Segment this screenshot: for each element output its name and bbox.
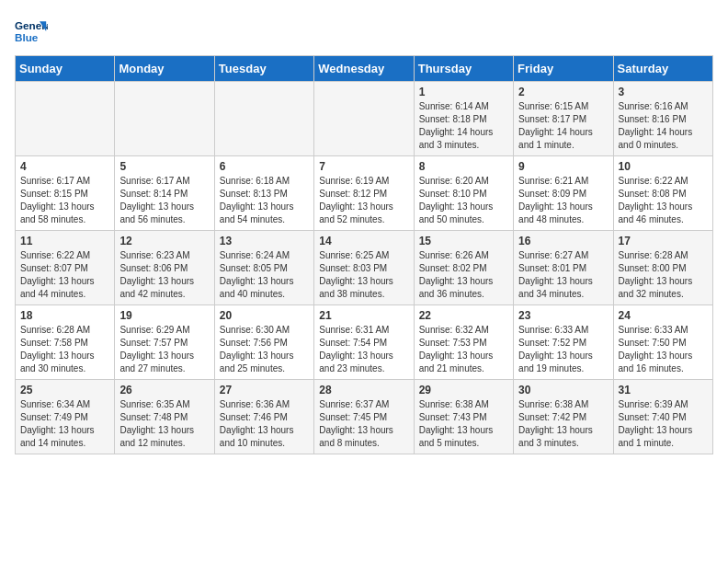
calendar-cell: 20Sunrise: 6:30 AM Sunset: 7:56 PM Dayli… (214, 305, 313, 380)
calendar-cell: 28Sunrise: 6:37 AM Sunset: 7:45 PM Dayli… (314, 380, 414, 454)
day-info: Sunrise: 6:25 AM Sunset: 8:03 PM Dayligh… (319, 249, 408, 301)
day-number: 9 (518, 160, 608, 173)
day-number: 31 (619, 384, 708, 396)
day-info: Sunrise: 6:26 AM Sunset: 8:02 PM Dayligh… (419, 249, 508, 301)
calendar-cell: 21Sunrise: 6:31 AM Sunset: 7:54 PM Dayli… (314, 305, 414, 380)
day-info: Sunrise: 6:22 AM Sunset: 8:08 PM Dayligh… (619, 175, 708, 226)
calendar-cell: 26Sunrise: 6:35 AM Sunset: 7:48 PM Dayli… (115, 380, 214, 454)
weekday-header: Tuesday (214, 56, 313, 82)
day-number: 28 (319, 384, 408, 396)
calendar-cell: 6Sunrise: 6:18 AM Sunset: 8:13 PM Daylig… (214, 156, 313, 231)
calendar-cell: 31Sunrise: 6:39 AM Sunset: 7:40 PM Dayli… (613, 380, 712, 454)
day-number: 19 (119, 309, 209, 322)
calendar-cell: 5Sunrise: 6:17 AM Sunset: 8:14 PM Daylig… (115, 156, 214, 231)
calendar-week-row: 4Sunrise: 6:17 AM Sunset: 8:15 PM Daylig… (16, 156, 713, 231)
day-info: Sunrise: 6:21 AM Sunset: 8:09 PM Dayligh… (518, 175, 608, 226)
calendar-week-row: 1Sunrise: 6:14 AM Sunset: 8:18 PM Daylig… (16, 82, 713, 156)
day-number: 22 (419, 309, 508, 322)
day-info: Sunrise: 6:34 AM Sunset: 7:49 PM Dayligh… (20, 398, 109, 450)
day-number: 6 (220, 160, 309, 173)
day-number: 8 (419, 160, 508, 173)
calendar-cell: 18Sunrise: 6:28 AM Sunset: 7:58 PM Dayli… (16, 305, 115, 380)
calendar-cell: 4Sunrise: 6:17 AM Sunset: 8:15 PM Daylig… (16, 156, 115, 231)
day-number: 29 (419, 384, 508, 396)
day-number: 18 (20, 309, 109, 322)
calendar-cell: 29Sunrise: 6:38 AM Sunset: 7:43 PM Dayli… (414, 380, 513, 454)
weekday-header: Friday (514, 56, 613, 82)
calendar-week-row: 25Sunrise: 6:34 AM Sunset: 7:49 PM Dayli… (16, 380, 713, 454)
calendar-cell: 22Sunrise: 6:32 AM Sunset: 7:53 PM Dayli… (414, 305, 513, 380)
day-number: 16 (518, 235, 608, 247)
day-number: 25 (20, 384, 109, 396)
calendar-cell: 3Sunrise: 6:16 AM Sunset: 8:16 PM Daylig… (613, 82, 712, 156)
calendar-cell: 14Sunrise: 6:25 AM Sunset: 8:03 PM Dayli… (314, 231, 414, 305)
day-info: Sunrise: 6:37 AM Sunset: 7:45 PM Dayligh… (319, 398, 408, 450)
calendar-cell: 25Sunrise: 6:34 AM Sunset: 7:49 PM Dayli… (16, 380, 115, 454)
weekday-header: Sunday (16, 56, 115, 82)
day-number: 7 (319, 160, 408, 173)
day-info: Sunrise: 6:17 AM Sunset: 8:14 PM Dayligh… (119, 175, 209, 226)
day-number: 21 (319, 309, 408, 322)
day-number: 3 (619, 86, 708, 98)
day-info: Sunrise: 6:17 AM Sunset: 8:15 PM Dayligh… (20, 175, 109, 226)
calendar-cell (16, 82, 115, 156)
day-number: 24 (619, 309, 708, 322)
calendar-week-row: 11Sunrise: 6:22 AM Sunset: 8:07 PM Dayli… (16, 231, 713, 305)
calendar-cell: 24Sunrise: 6:33 AM Sunset: 7:50 PM Dayli… (613, 305, 712, 380)
day-number: 10 (619, 160, 708, 173)
day-info: Sunrise: 6:16 AM Sunset: 8:16 PM Dayligh… (619, 100, 708, 152)
calendar-cell (214, 82, 313, 156)
day-number: 12 (119, 235, 209, 247)
day-number: 26 (119, 384, 209, 396)
day-info: Sunrise: 6:19 AM Sunset: 8:12 PM Dayligh… (319, 175, 408, 226)
day-number: 27 (220, 384, 309, 396)
weekday-header: Monday (115, 56, 214, 82)
calendar-cell: 23Sunrise: 6:33 AM Sunset: 7:52 PM Dayli… (514, 305, 613, 380)
day-info: Sunrise: 6:28 AM Sunset: 7:58 PM Dayligh… (20, 324, 109, 375)
day-info: Sunrise: 6:31 AM Sunset: 7:54 PM Dayligh… (319, 324, 408, 375)
day-info: Sunrise: 6:32 AM Sunset: 7:53 PM Dayligh… (419, 324, 508, 375)
calendar-cell: 9Sunrise: 6:21 AM Sunset: 8:09 PM Daylig… (514, 156, 613, 231)
day-number: 11 (20, 235, 109, 247)
day-info: Sunrise: 6:20 AM Sunset: 8:10 PM Dayligh… (419, 175, 508, 226)
weekday-header: Saturday (613, 56, 712, 82)
day-info: Sunrise: 6:29 AM Sunset: 7:57 PM Dayligh… (119, 324, 209, 375)
calendar-cell: 11Sunrise: 6:22 AM Sunset: 8:07 PM Dayli… (16, 231, 115, 305)
day-number: 2 (518, 86, 608, 98)
calendar-cell: 8Sunrise: 6:20 AM Sunset: 8:10 PM Daylig… (414, 156, 513, 231)
calendar-cell (314, 82, 414, 156)
logo: General Blue (15, 15, 48, 48)
day-number: 13 (220, 235, 309, 247)
calendar-cell: 15Sunrise: 6:26 AM Sunset: 8:02 PM Dayli… (414, 231, 513, 305)
day-info: Sunrise: 6:22 AM Sunset: 8:07 PM Dayligh… (20, 249, 109, 301)
day-info: Sunrise: 6:33 AM Sunset: 7:50 PM Dayligh… (619, 324, 708, 375)
day-info: Sunrise: 6:18 AM Sunset: 8:13 PM Dayligh… (220, 175, 309, 226)
calendar-cell: 2Sunrise: 6:15 AM Sunset: 8:17 PM Daylig… (514, 82, 613, 156)
day-info: Sunrise: 6:38 AM Sunset: 7:42 PM Dayligh… (518, 398, 608, 450)
day-info: Sunrise: 6:36 AM Sunset: 7:46 PM Dayligh… (220, 398, 309, 450)
page-header: General Blue (15, 15, 713, 48)
day-info: Sunrise: 6:38 AM Sunset: 7:43 PM Dayligh… (419, 398, 508, 450)
calendar-cell: 17Sunrise: 6:28 AM Sunset: 8:00 PM Dayli… (613, 231, 712, 305)
calendar-cell: 1Sunrise: 6:14 AM Sunset: 8:18 PM Daylig… (414, 82, 513, 156)
calendar-cell: 10Sunrise: 6:22 AM Sunset: 8:08 PM Dayli… (613, 156, 712, 231)
day-number: 4 (20, 160, 109, 173)
svg-text:Blue: Blue (15, 31, 39, 43)
day-info: Sunrise: 6:23 AM Sunset: 8:06 PM Dayligh… (119, 249, 209, 301)
calendar-cell: 12Sunrise: 6:23 AM Sunset: 8:06 PM Dayli… (115, 231, 214, 305)
day-number: 17 (619, 235, 708, 247)
calendar-cell: 27Sunrise: 6:36 AM Sunset: 7:46 PM Dayli… (214, 380, 313, 454)
day-number: 20 (220, 309, 309, 322)
calendar-cell (115, 82, 214, 156)
day-info: Sunrise: 6:14 AM Sunset: 8:18 PM Dayligh… (419, 100, 508, 152)
day-number: 5 (119, 160, 209, 173)
day-number: 14 (319, 235, 408, 247)
weekday-header: Thursday (414, 56, 513, 82)
day-info: Sunrise: 6:28 AM Sunset: 8:00 PM Dayligh… (619, 249, 708, 301)
day-number: 15 (419, 235, 508, 247)
day-number: 23 (518, 309, 608, 322)
day-info: Sunrise: 6:33 AM Sunset: 7:52 PM Dayligh… (518, 324, 608, 375)
calendar-cell: 7Sunrise: 6:19 AM Sunset: 8:12 PM Daylig… (314, 156, 414, 231)
day-info: Sunrise: 6:27 AM Sunset: 8:01 PM Dayligh… (518, 249, 608, 301)
day-info: Sunrise: 6:24 AM Sunset: 8:05 PM Dayligh… (220, 249, 309, 301)
